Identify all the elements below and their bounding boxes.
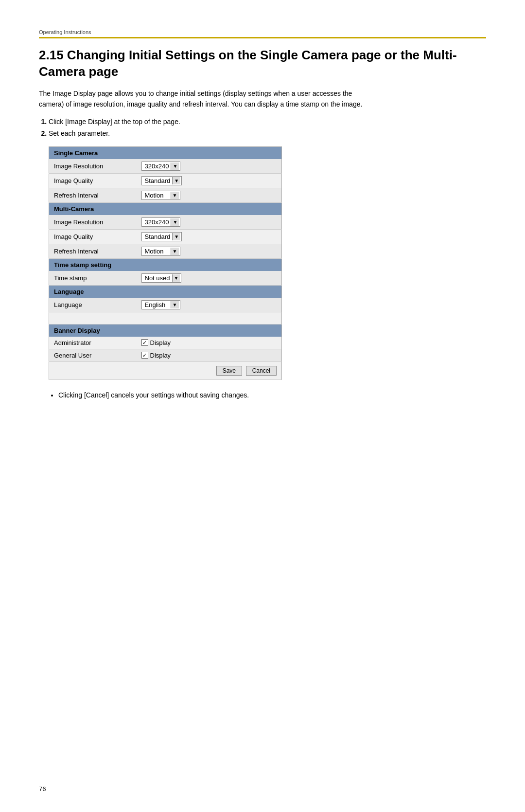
multi-image-resolution-label: Image Resolution: [49, 215, 137, 230]
multi-refresh-interval-control: Motion ▼: [137, 244, 282, 258]
select-arrow-icon: ▼: [172, 177, 180, 184]
general-user-label: General User: [49, 349, 137, 361]
multi-image-quality-row: Image Quality Standard ▼: [49, 229, 282, 244]
single-refresh-interval-select[interactable]: Motion ▼: [141, 191, 180, 200]
multi-image-quality-select[interactable]: Standard ▼: [141, 232, 182, 241]
multi-refresh-interval-row: Refresh Interval Motion ▼: [49, 244, 282, 258]
section-time-stamp: Time stamp setting: [49, 258, 282, 271]
top-label: Operating Instructions: [39, 29, 486, 35]
time-stamp-row: Time stamp Not used ▼: [49, 271, 282, 286]
multi-image-resolution-select[interactable]: 320x240 ▼: [141, 217, 181, 227]
language-control: English ▼: [137, 298, 282, 312]
administrator-checkbox[interactable]: ✓: [141, 339, 148, 346]
select-arrow-icon: ▼: [172, 233, 180, 240]
general-user-control: ✓ Display: [137, 349, 282, 361]
select-arrow-icon: ▼: [171, 162, 179, 170]
steps-list: Click [Image Display] at the top of the …: [49, 116, 486, 140]
single-image-resolution-select[interactable]: 320x240 ▼: [141, 162, 181, 171]
multi-image-quality-label: Image Quality: [49, 229, 137, 244]
section-banner-display: Banner Display: [49, 324, 282, 337]
select-arrow-icon: ▼: [171, 218, 179, 226]
cancel-note: Clicking [Cancel] cancels your settings …: [58, 390, 486, 401]
select-arrow-icon: ▼: [171, 192, 179, 199]
language-label: Language: [49, 298, 137, 312]
banner-display-header: Banner Display: [49, 324, 282, 337]
body-text: The Image Display page allows you to cha…: [39, 88, 369, 110]
section-single-camera: Single Camera: [49, 146, 282, 159]
bullet-notes: Clicking [Cancel] cancels your settings …: [58, 390, 486, 401]
multi-image-quality-control: Standard ▼: [137, 229, 282, 244]
cancel-button[interactable]: Cancel: [246, 366, 277, 376]
page-title: 2.15 Changing Initial Settings on the Si…: [39, 47, 486, 80]
page-number: 76: [39, 785, 46, 793]
save-button[interactable]: Save: [216, 366, 242, 376]
settings-table: Single Camera Image Resolution 320x240 ▼…: [49, 146, 282, 380]
single-refresh-interval-control: Motion ▼: [137, 188, 282, 202]
single-image-quality-label: Image Quality: [49, 173, 137, 188]
language-header: Language: [49, 285, 282, 298]
time-stamp-select[interactable]: Not used ▼: [141, 273, 182, 283]
language-row: Language English ▼: [49, 298, 282, 312]
select-arrow-icon: ▼: [171, 301, 179, 308]
time-stamp-control: Not used ▼: [137, 271, 282, 286]
multi-refresh-interval-label: Refresh Interval: [49, 244, 137, 258]
administrator-label: Administrator: [49, 337, 137, 349]
single-camera-header: Single Camera: [49, 146, 282, 159]
multi-refresh-interval-select[interactable]: Motion ▼: [141, 247, 180, 256]
time-stamp-label: Time stamp: [49, 271, 137, 286]
single-image-quality-select[interactable]: Standard ▼: [141, 176, 182, 185]
single-refresh-interval-row: Refresh Interval Motion ▼: [49, 188, 282, 202]
general-user-checkbox[interactable]: ✓: [141, 352, 148, 359]
general-user-row: General User ✓ Display: [49, 349, 282, 361]
section-multi-camera: Multi-Camera: [49, 202, 282, 215]
time-stamp-header: Time stamp setting: [49, 258, 282, 271]
step-1: Click [Image Display] at the top of the …: [49, 116, 486, 128]
single-refresh-interval-label: Refresh Interval: [49, 188, 137, 202]
administrator-display-label: Display: [150, 339, 171, 346]
multi-image-resolution-control: 320x240 ▼: [137, 215, 282, 230]
section-language: Language: [49, 285, 282, 298]
select-arrow-icon: ▼: [172, 274, 180, 282]
single-image-quality-row: Image Quality Standard ▼: [49, 173, 282, 188]
administrator-control: ✓ Display: [137, 337, 282, 349]
single-image-resolution-label: Image Resolution: [49, 159, 137, 174]
multi-camera-header: Multi-Camera: [49, 202, 282, 215]
multi-image-resolution-row: Image Resolution 320x240 ▼: [49, 215, 282, 230]
general-user-checkbox-group: ✓ Display: [141, 352, 277, 359]
select-arrow-icon: ▼: [171, 248, 179, 255]
spacer-row: [49, 312, 282, 324]
gold-rule: [39, 37, 486, 38]
action-row: Save Cancel: [49, 361, 282, 379]
single-image-resolution-control: 320x240 ▼: [137, 159, 282, 174]
general-user-display-label: Display: [150, 352, 171, 359]
administrator-row: Administrator ✓ Display: [49, 337, 282, 349]
page-container: Operating Instructions 2.15 Changing Ini…: [0, 0, 525, 440]
step-2: Set each parameter.: [49, 128, 486, 140]
single-image-quality-control: Standard ▼: [137, 173, 282, 188]
administrator-checkbox-group: ✓ Display: [141, 339, 277, 346]
language-select[interactable]: English ▼: [141, 300, 180, 309]
single-image-resolution-row: Image Resolution 320x240 ▼: [49, 159, 282, 174]
